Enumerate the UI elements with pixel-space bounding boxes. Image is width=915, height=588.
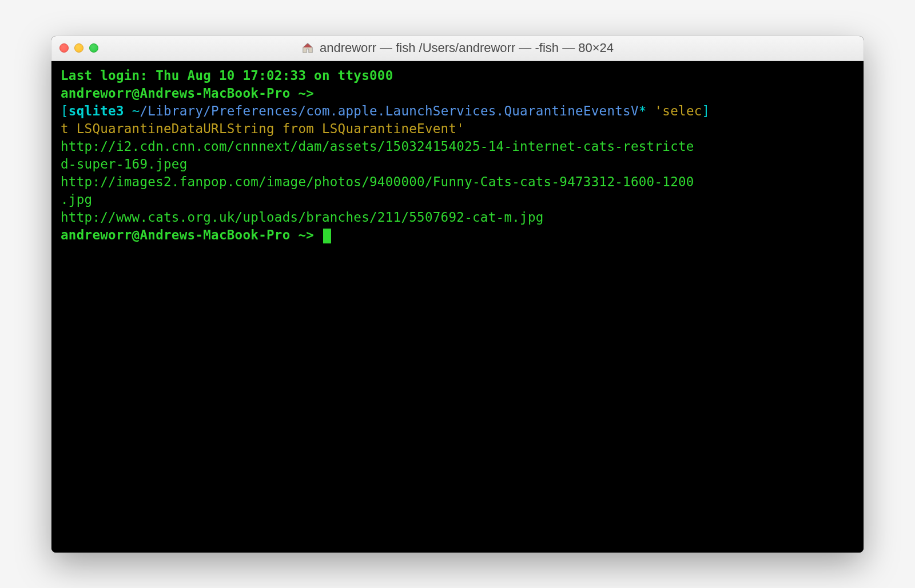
path-rest: /Library/Preferences/com.apple.LaunchSer… [140, 103, 639, 118]
prompt-line-2: andreworr@Andrews-MacBook-Pro ~> [61, 227, 322, 242]
prompt-line-1: andreworr@Andrews-MacBook-Pro ~> [61, 86, 314, 101]
close-button[interactable] [59, 43, 69, 53]
output-url-1b: d-super-169.jpeg [61, 157, 188, 171]
bracket-open: [ [61, 103, 69, 118]
sql-quote-part1: 'selec [647, 103, 702, 118]
path-star: * [639, 103, 647, 118]
path-tilde: ~ [124, 103, 140, 118]
sqlite-cmd: sqlite3 [69, 103, 124, 118]
output-url-3: http://www.cats.org.uk/uploads/branches/… [61, 210, 544, 225]
output-url-2b: .jpg [61, 192, 92, 207]
cursor [323, 229, 331, 243]
sql-quote-part2: t LSQuarantineDataURLString from LSQuara… [61, 121, 464, 136]
output-url-1a: http://i2.cdn.cnn.com/cnnnext/dam/assets… [61, 139, 694, 154]
output-url-2a: http://images2.fanpop.com/image/photos/9… [61, 174, 694, 189]
window-title: andreworr — fish /Users/andreworr — -fis… [301, 41, 614, 55]
terminal-window: andreworr — fish /Users/andreworr — -fis… [51, 36, 864, 553]
maximize-button[interactable] [89, 43, 98, 53]
last-login-text: Last login: Thu Aug 10 17:02:33 on ttys0… [61, 68, 393, 83]
terminal-body[interactable]: Last login: Thu Aug 10 17:02:33 on ttys0… [51, 61, 864, 553]
window-title-text: andreworr — fish /Users/andreworr — -fis… [320, 41, 614, 55]
traffic-lights [59, 43, 98, 53]
titlebar[interactable]: andreworr — fish /Users/andreworr — -fis… [51, 36, 864, 61]
home-icon [301, 42, 314, 54]
bracket-close: ] [702, 103, 710, 118]
minimize-button[interactable] [74, 43, 83, 53]
